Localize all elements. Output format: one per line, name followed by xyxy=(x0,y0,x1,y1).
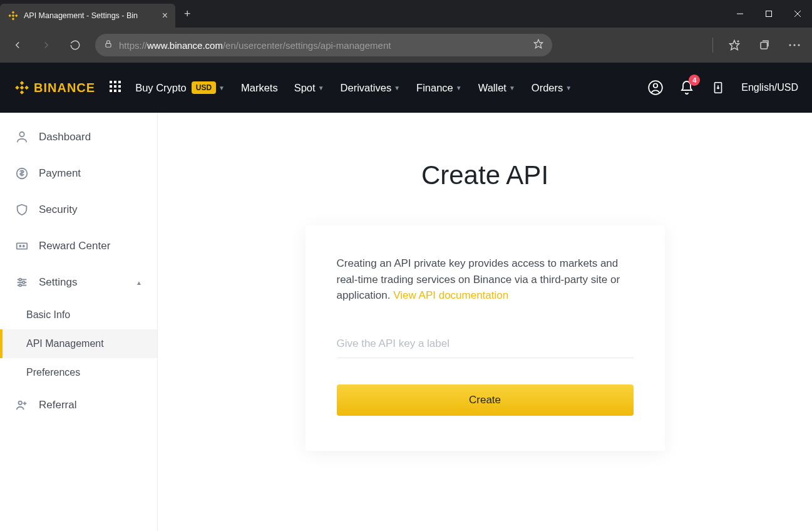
forward-button[interactable] xyxy=(34,33,59,58)
notifications-icon[interactable]: 4 xyxy=(679,80,695,96)
chevron-down-icon: ▼ xyxy=(394,85,400,91)
close-window-button[interactable] xyxy=(783,0,812,28)
nav-derivatives[interactable]: Derivatives▼ xyxy=(341,82,401,94)
api-label-input[interactable] xyxy=(337,330,634,358)
back-button[interactable] xyxy=(5,33,30,58)
chevron-down-icon: ▼ xyxy=(218,85,225,91)
svg-point-29 xyxy=(23,245,24,247)
page-title: Create API xyxy=(183,160,787,190)
sliders-icon xyxy=(15,276,29,289)
dollar-icon xyxy=(15,167,29,180)
language-selector[interactable]: English/USD xyxy=(741,82,798,93)
new-tab-button[interactable]: + xyxy=(175,8,200,21)
svg-point-11 xyxy=(793,44,795,46)
svg-rect-17 xyxy=(114,85,116,88)
svg-point-23 xyxy=(654,84,658,88)
chevron-down-icon: ▼ xyxy=(456,85,462,91)
svg-rect-27 xyxy=(17,243,28,249)
brand-text: BINANCE xyxy=(34,81,95,95)
address-bar[interactable]: https://www.binance.com/en/usercenter/se… xyxy=(95,34,552,56)
chevron-down-icon: ▼ xyxy=(565,85,572,91)
api-doc-link[interactable]: View API documentation xyxy=(393,289,508,301)
svg-rect-1 xyxy=(766,11,772,17)
maximize-button[interactable] xyxy=(754,0,783,28)
notification-badge: 4 xyxy=(689,75,700,86)
download-icon[interactable] xyxy=(710,80,726,96)
person-icon xyxy=(15,130,29,144)
svg-point-10 xyxy=(789,44,791,46)
site-header: BINANCE Buy CryptoUSD▼ Markets Spot▼ Der… xyxy=(0,63,812,113)
svg-point-35 xyxy=(19,284,21,287)
sidebar-item-payment[interactable]: Payment xyxy=(0,155,157,192)
minimize-button[interactable] xyxy=(726,0,754,28)
svg-rect-16 xyxy=(110,85,112,88)
create-button[interactable]: Create xyxy=(337,384,634,416)
shield-icon xyxy=(15,203,29,217)
nav-finance[interactable]: Finance▼ xyxy=(416,82,462,94)
nav-markets[interactable]: Markets xyxy=(241,82,278,94)
collections-button[interactable] xyxy=(752,33,777,58)
chevron-up-icon: ▲ xyxy=(136,279,142,286)
binance-logo[interactable]: BINANCE xyxy=(14,80,95,96)
refresh-button[interactable] xyxy=(63,33,88,58)
sidebar-sub-basic-info[interactable]: Basic Info xyxy=(0,301,157,329)
sidebar-sub-api-management[interactable]: API Management xyxy=(0,329,157,358)
svg-rect-4 xyxy=(106,43,111,47)
svg-point-33 xyxy=(23,281,25,284)
svg-point-36 xyxy=(19,401,23,405)
tab-title: API Management - Settings - Bin xyxy=(24,11,155,20)
svg-rect-20 xyxy=(114,90,116,92)
svg-rect-18 xyxy=(118,85,121,88)
usd-badge: USD xyxy=(192,81,216,94)
svg-rect-14 xyxy=(114,81,116,83)
chevron-down-icon: ▼ xyxy=(509,85,515,91)
referral-icon xyxy=(15,398,29,412)
sidebar: Dashboard Payment Security Reward Center… xyxy=(0,113,158,531)
svg-point-28 xyxy=(19,245,21,247)
sidebar-item-security[interactable]: Security xyxy=(0,192,157,228)
url-text: https://www.binance.com/en/usercenter/se… xyxy=(119,40,527,51)
create-api-card: Creating an API private key provides acc… xyxy=(306,225,665,451)
main-content: Create API Creating an API private key p… xyxy=(158,113,812,531)
sidebar-item-reward-center[interactable]: Reward Center xyxy=(0,228,157,264)
apps-grid-icon[interactable] xyxy=(109,80,121,95)
nav-spot[interactable]: Spot▼ xyxy=(294,82,324,94)
tab-bar: API Management - Settings - Bin × + xyxy=(0,0,812,28)
sidebar-sub-preferences[interactable]: Preferences xyxy=(0,358,157,387)
more-button[interactable] xyxy=(782,33,807,58)
svg-rect-15 xyxy=(118,81,121,83)
main-nav: Buy CryptoUSD▼ Markets Spot▼ Derivatives… xyxy=(135,81,572,94)
nav-orders[interactable]: Orders▼ xyxy=(532,82,572,94)
window-controls xyxy=(726,0,812,28)
favorite-icon[interactable] xyxy=(533,39,543,51)
separator xyxy=(712,38,713,53)
chevron-down-icon: ▼ xyxy=(318,85,324,91)
favicon-icon xyxy=(8,10,19,21)
ticket-icon xyxy=(15,239,29,253)
nav-buy-crypto[interactable]: Buy CryptoUSD▼ xyxy=(135,81,225,94)
svg-point-12 xyxy=(798,44,799,46)
svg-point-25 xyxy=(19,132,24,137)
svg-point-31 xyxy=(19,279,21,281)
browser-nav-bar: https://www.binance.com/en/usercenter/se… xyxy=(0,28,812,63)
card-description: Creating an API private key provides acc… xyxy=(337,255,634,304)
sidebar-item-referral[interactable]: Referral xyxy=(0,387,157,423)
account-icon[interactable] xyxy=(647,80,664,96)
close-tab-icon[interactable]: × xyxy=(160,10,170,21)
svg-marker-5 xyxy=(534,39,542,48)
lock-icon xyxy=(104,39,113,51)
browser-chrome: API Management - Settings - Bin × + http… xyxy=(0,0,812,63)
sidebar-item-dashboard[interactable]: Dashboard xyxy=(0,119,157,155)
favorites-button[interactable] xyxy=(722,33,747,58)
sidebar-item-settings[interactable]: Settings ▲ xyxy=(0,264,157,301)
svg-rect-21 xyxy=(118,90,121,92)
svg-rect-19 xyxy=(110,90,112,92)
svg-rect-9 xyxy=(761,43,768,49)
browser-tab[interactable]: API Management - Settings - Bin × xyxy=(0,4,175,28)
svg-rect-13 xyxy=(110,81,112,83)
nav-wallet[interactable]: Wallet▼ xyxy=(478,82,515,94)
